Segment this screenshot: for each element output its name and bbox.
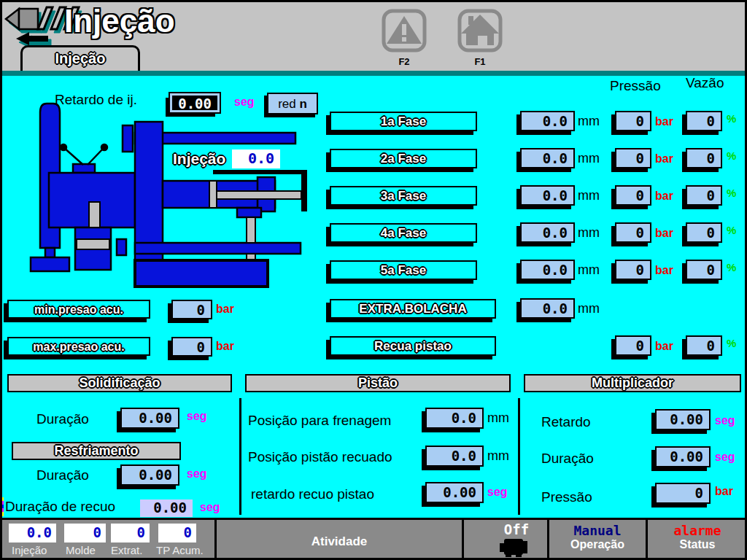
off-button[interactable]: Off xyxy=(464,520,547,560)
status-label: Status xyxy=(648,538,747,551)
phase-1-mm-field[interactable]: 0.0 xyxy=(520,111,575,131)
screen-border xyxy=(0,0,2,560)
phase-button-3[interactable]: 3a Fase xyxy=(330,186,477,206)
recua-bar-field[interactable]: 0 xyxy=(615,335,651,356)
page-title: Injeção xyxy=(64,3,175,39)
recua-pct-field[interactable]: 0 xyxy=(686,335,722,356)
unit-bar: bar xyxy=(655,190,673,203)
phase-4-bar-field[interactable]: 0 xyxy=(615,222,651,243)
retardo-ij-field[interactable]: 0.00 xyxy=(170,93,220,112)
unit-pct: % xyxy=(727,337,736,349)
section-divider xyxy=(518,398,520,515)
phase-2-mm-field[interactable]: 0.0 xyxy=(520,148,575,168)
counter-extrat-value: 0 xyxy=(111,524,150,542)
phase-4-mm-field[interactable]: 0.0 xyxy=(520,222,575,243)
recua-pistao-button[interactable]: Recua pistao xyxy=(330,336,496,356)
min-presao-field[interactable]: 0 xyxy=(171,300,212,319)
atividade-label: Atividade xyxy=(311,534,368,548)
phase-1-bar-field[interactable]: 0 xyxy=(615,111,651,131)
red-n-button[interactable]: red n xyxy=(267,93,318,114)
phase-5-bar-field[interactable]: 0 xyxy=(615,260,651,280)
unit-seg: seg xyxy=(187,467,207,481)
phase-5-mm-field[interactable]: 0.0 xyxy=(520,260,575,280)
phase-button-5[interactable]: 5a Fase xyxy=(330,260,477,280)
f1-label: F1 xyxy=(454,56,506,67)
off-label: Off xyxy=(464,521,547,537)
unit-bar: bar xyxy=(655,227,673,240)
operation-mode-button[interactable]: Manual Operação xyxy=(549,520,646,560)
phase-1-pct-field[interactable]: 0 xyxy=(686,111,722,131)
retardo-ij-label: Retardo de ij. xyxy=(55,92,137,108)
section-solidificacao-header: Solidificação xyxy=(7,374,232,392)
mode-operacao-label: Operação xyxy=(549,538,646,551)
f2-label: F2 xyxy=(378,56,430,67)
alarm-status-button[interactable]: alarme Status xyxy=(648,520,747,560)
retardo-recuo-field[interactable]: 0.00 xyxy=(425,482,484,503)
injection-hmi-screen: Injeção Injeção F2 F1 xyxy=(0,0,747,560)
extra-bolacha-button[interactable]: EXTRA.BOLACHA xyxy=(330,299,496,319)
pressao-column-header: Pressão xyxy=(610,78,661,94)
phase-button-2[interactable]: 2a Fase xyxy=(330,149,477,168)
pistao-row-label: retardo recuo pistao xyxy=(251,486,374,502)
red-n-bold: n xyxy=(299,97,306,111)
mult-duracao-field[interactable]: 0.00 xyxy=(655,446,711,467)
counter-tpacum-value: 0 xyxy=(158,524,196,542)
solid-duracao-field[interactable]: 0.00 xyxy=(120,408,179,429)
resfr-duracao-label: Duração xyxy=(36,467,89,483)
unit-bar: bar xyxy=(715,485,733,498)
phase-2-bar-field[interactable]: 0 xyxy=(615,148,651,168)
phase-3-pct-field[interactable]: 0 xyxy=(686,185,722,206)
injecao-readout-label: Injeção xyxy=(173,150,225,168)
phase-5-pct-field[interactable]: 0 xyxy=(686,260,722,280)
min-presao-button[interactable]: min.presao acu. xyxy=(7,300,150,319)
counter-injecao-label: Injeção xyxy=(12,544,47,556)
unit-bar: bar xyxy=(655,115,673,128)
phase-2-pct-field[interactable]: 0 xyxy=(686,148,722,168)
unit-pct: % xyxy=(727,261,736,273)
mult-row-label: Duração xyxy=(541,451,594,467)
unit-bar: bar xyxy=(216,303,234,316)
unit-seg: seg xyxy=(715,414,735,427)
mult-retardo-field[interactable]: 0.00 xyxy=(655,409,711,430)
footer-bar: 0.0 Injeção 0 Molde 0 Extrat. 0 TP Acum.… xyxy=(0,518,747,560)
resfr-duracao-field[interactable]: 0.00 xyxy=(120,464,179,486)
duracao-recuo-field[interactable]: 0.00 xyxy=(140,499,193,517)
phase-3-mm-field[interactable]: 0.0 xyxy=(520,185,575,206)
vazao-column-header: Vazão xyxy=(686,75,724,91)
phase-button-4[interactable]: 4a Fase xyxy=(330,223,477,243)
unit-bar: bar xyxy=(655,340,673,353)
f2-button[interactable]: F2 xyxy=(378,9,430,64)
unit-seg: seg xyxy=(487,486,508,499)
f1-button[interactable]: F1 xyxy=(454,9,506,64)
pistao-row-label: Posição para frenagem xyxy=(248,413,391,429)
unit-mm: mm xyxy=(578,151,600,166)
max-presao-button[interactable]: max.presao acu. xyxy=(7,337,150,356)
tab-injecao[interactable]: Injeção xyxy=(20,45,140,73)
warning-icon xyxy=(378,9,430,52)
retardo-ij-unit: seg xyxy=(234,96,255,109)
unit-bar: bar xyxy=(216,340,234,353)
phase-button-1[interactable]: 1a Fase xyxy=(330,112,477,131)
resfriamento-header: Resfriamento xyxy=(12,442,181,460)
extra-bolacha-mm-field[interactable]: 0.0 xyxy=(520,298,575,319)
pistao-recuado-field[interactable]: 0.0 xyxy=(425,446,484,467)
phase-4-pct-field[interactable]: 0 xyxy=(686,222,722,243)
max-presao-field[interactable]: 0 xyxy=(171,337,212,357)
counter-molde-label: Molde xyxy=(66,544,96,556)
duracao-recuo-label: Duração de recuo xyxy=(5,499,115,515)
unit-seg: seg xyxy=(187,410,207,423)
atividade-section[interactable]: Atividade xyxy=(217,520,462,560)
mult-pressao-field[interactable]: 0 xyxy=(655,483,711,504)
unit-seg: seg xyxy=(715,451,735,464)
phase-3-bar-field[interactable]: 0 xyxy=(615,185,651,206)
unit-mm: mm xyxy=(487,411,509,426)
mode-manual-label: Manual xyxy=(549,523,646,538)
solid-duracao-label: Duração xyxy=(36,411,89,427)
section-pistao-header: Pistão xyxy=(245,374,511,392)
pistao-frenagem-field[interactable]: 0.0 xyxy=(425,408,484,429)
counter-extrat-label: Extrat. xyxy=(111,544,142,556)
home-icon xyxy=(454,9,506,52)
red-n-text: red xyxy=(278,97,299,111)
unit-pct: % xyxy=(727,112,736,125)
mult-row-label: Retardo xyxy=(541,414,591,430)
